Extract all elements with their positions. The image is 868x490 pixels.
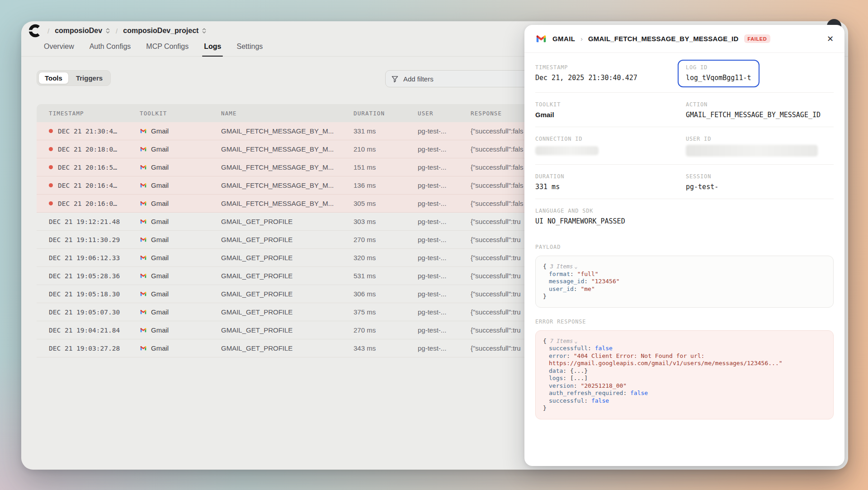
row-toolkit: Gmail bbox=[151, 290, 169, 298]
row-action-name: GMAIL_FETCH_MESSAGE_BY_M... bbox=[221, 200, 354, 207]
row-response: {"successfull":fals bbox=[471, 181, 530, 189]
row-response: {"successfull":tru bbox=[471, 308, 530, 316]
row-duration: 305 ms bbox=[354, 200, 418, 207]
gmail-icon bbox=[140, 164, 147, 170]
row-toolkit: Gmail bbox=[151, 127, 169, 135]
add-filters-button[interactable]: Add filters bbox=[385, 70, 534, 87]
breadcrumb-slash: / bbox=[47, 27, 50, 35]
table-row[interactable]: DEC 21 19:11:30.29 Gmail GMAIL_GET_PROFI… bbox=[37, 231, 530, 249]
payload-section: PAYLOAD { 3 Items⌄ format: "full"message… bbox=[524, 244, 844, 308]
field-label-user-id: USER ID bbox=[686, 136, 834, 142]
table-row[interactable]: DEC 21 20:18:0… Gmail GMAIL_FETCH_MESSAG… bbox=[37, 140, 530, 158]
failed-status-dot-icon bbox=[49, 165, 53, 169]
row-toolkit: Gmail bbox=[151, 218, 169, 225]
breadcrumb-chevron-icon: › bbox=[580, 35, 583, 43]
table-row[interactable]: DEC 21 21:30:4… Gmail GMAIL_FETCH_MESSAG… bbox=[37, 122, 530, 140]
row-duration: 136 ms bbox=[354, 181, 418, 189]
tab-mcp-configs[interactable]: MCP Configs bbox=[140, 43, 195, 56]
row-action-name: GMAIL_GET_PROFILE bbox=[221, 290, 354, 298]
breadcrumb-org[interactable]: composioDev bbox=[55, 27, 110, 35]
row-duration: 306 ms bbox=[354, 290, 418, 298]
org-selector-icon[interactable] bbox=[105, 27, 110, 34]
logs-table: TIMESTAMP TOOLKIT NAME DURATION USER RES… bbox=[37, 104, 530, 357]
col-header-timestamp: TIMESTAMP bbox=[49, 110, 140, 117]
row-action-name: GMAIL_GET_PROFILE bbox=[221, 236, 354, 243]
table-row[interactable]: DEC 21 20:16:4… Gmail GMAIL_FETCH_MESSAG… bbox=[37, 176, 530, 195]
row-duration: 210 ms bbox=[354, 145, 418, 153]
col-header-name: NAME bbox=[221, 110, 354, 117]
row-action-name: GMAIL_GET_PROFILE bbox=[221, 326, 354, 334]
table-row[interactable]: DEC 21 20:16:5… Gmail GMAIL_FETCH_MESSAG… bbox=[37, 158, 530, 176]
gmail-icon bbox=[140, 273, 147, 279]
table-row[interactable]: DEC 21 19:05:28.36 Gmail GMAIL_GET_PROFI… bbox=[37, 267, 530, 285]
row-user: pg-test-... bbox=[418, 308, 471, 316]
add-filters-label: Add filters bbox=[403, 75, 434, 83]
row-action-name: GMAIL_FETCH_MESSAGE_BY_M... bbox=[221, 127, 354, 135]
close-icon[interactable]: ✕ bbox=[827, 35, 834, 43]
row-duration: 270 ms bbox=[354, 326, 418, 334]
field-value-log-id: log_tVqomBgg11-t bbox=[686, 74, 751, 82]
redacted-user-id bbox=[686, 145, 818, 157]
field-label-log-id: LOG ID bbox=[686, 64, 751, 71]
row-action-name: GMAIL_FETCH_MESSAGE_BY_M... bbox=[221, 145, 354, 153]
gmail-icon bbox=[140, 200, 147, 206]
failed-status-dot-icon bbox=[49, 129, 53, 133]
segment-tools[interactable]: Tools bbox=[38, 72, 69, 84]
row-action-name: GMAIL_GET_PROFILE bbox=[221, 272, 354, 280]
table-row[interactable]: DEC 21 19:06:12.33 Gmail GMAIL_GET_PROFI… bbox=[37, 249, 530, 267]
collapse-chevron-icon[interactable]: ⌄ bbox=[574, 263, 577, 270]
row-timestamp: DEC 21 19:12:21.48 bbox=[49, 218, 120, 225]
field-label-session: SESSION bbox=[686, 173, 834, 180]
col-header-toolkit: TOOLKIT bbox=[140, 110, 221, 117]
org-name: composioDev bbox=[55, 27, 102, 35]
row-timestamp: DEC 21 19:03:27.28 bbox=[49, 345, 120, 352]
row-timestamp: DEC 21 19:04:21.84 bbox=[49, 327, 120, 334]
log-id-focus-ring[interactable]: LOG ID log_tVqomBgg11-t bbox=[678, 60, 760, 87]
field-label-toolkit: TOOLKIT bbox=[535, 101, 686, 108]
log-detail-panel: GMAIL › GMAIL_FETCH_MESSAGE_BY_MESSAGE_I… bbox=[524, 25, 844, 466]
row-duration: 331 ms bbox=[354, 127, 418, 135]
log-table-body: DEC 21 21:30:4… Gmail GMAIL_FETCH_MESSAG… bbox=[37, 122, 530, 357]
collapse-chevron-icon[interactable]: ⌄ bbox=[574, 338, 577, 344]
field-label-connection-id: CONNECTION ID bbox=[535, 136, 686, 142]
row-action-name: GMAIL_GET_PROFILE bbox=[221, 308, 354, 316]
gmail-icon bbox=[140, 309, 147, 315]
row-timestamp: DEC 21 20:16:4… bbox=[58, 182, 117, 189]
row-toolkit: Gmail bbox=[151, 254, 169, 262]
table-row[interactable]: DEC 21 19:05:18.30 Gmail GMAIL_GET_PROFI… bbox=[37, 285, 530, 303]
tab-overview[interactable]: Overview bbox=[38, 43, 80, 56]
row-toolkit: Gmail bbox=[151, 200, 169, 207]
row-timestamp: DEC 21 20:16:0… bbox=[58, 200, 117, 207]
row-response: {"successfull":tru bbox=[471, 272, 530, 280]
table-row[interactable]: DEC 21 19:05:07.30 Gmail GMAIL_GET_PROFI… bbox=[37, 303, 530, 321]
panel-toolkit-name: GMAIL bbox=[552, 35, 575, 43]
row-toolkit: Gmail bbox=[151, 163, 169, 171]
breadcrumb-project[interactable]: composioDev_project bbox=[123, 27, 207, 35]
segment-triggers[interactable]: Triggers bbox=[70, 72, 109, 84]
tab-auth-configs[interactable]: Auth Configs bbox=[83, 43, 137, 56]
composio-logo-icon[interactable] bbox=[28, 24, 42, 38]
tools-triggers-segmented-control: Tools Triggers bbox=[37, 70, 111, 86]
row-toolkit: Gmail bbox=[151, 236, 169, 243]
status-badge: FAILED bbox=[744, 34, 771, 43]
row-toolkit: Gmail bbox=[151, 308, 169, 316]
field-label-timestamp: TIMESTAMP bbox=[535, 64, 686, 71]
table-row[interactable]: DEC 21 20:16:0… Gmail GMAIL_FETCH_MESSAG… bbox=[37, 195, 530, 213]
error-response-label: ERROR RESPONSE bbox=[535, 319, 834, 325]
col-header-user: USER bbox=[418, 110, 471, 117]
table-row[interactable]: DEC 21 19:03:27.28 Gmail GMAIL_GET_PROFI… bbox=[37, 339, 530, 357]
field-value-duration: 331 ms bbox=[535, 183, 686, 191]
row-duration: 343 ms bbox=[354, 344, 418, 352]
row-duration: 531 ms bbox=[354, 272, 418, 280]
table-row[interactable]: DEC 21 19:12:21.48 Gmail GMAIL_GET_PROFI… bbox=[37, 213, 530, 231]
row-response: {"successfull":fals bbox=[471, 145, 530, 153]
row-duration: 375 ms bbox=[354, 308, 418, 316]
tab-logs[interactable]: Logs bbox=[198, 43, 227, 56]
field-label-language-sdk: LANGUAGE AND SDK bbox=[535, 208, 834, 214]
row-timestamp: DEC 21 19:05:07.30 bbox=[49, 309, 120, 316]
table-row[interactable]: DEC 21 19:04:21.84 Gmail GMAIL_GET_PROFI… bbox=[37, 321, 530, 339]
project-selector-icon[interactable] bbox=[202, 27, 207, 34]
tab-settings[interactable]: Settings bbox=[230, 43, 269, 56]
row-user: pg-test-... bbox=[418, 127, 471, 135]
redacted-connection-id bbox=[535, 146, 599, 155]
